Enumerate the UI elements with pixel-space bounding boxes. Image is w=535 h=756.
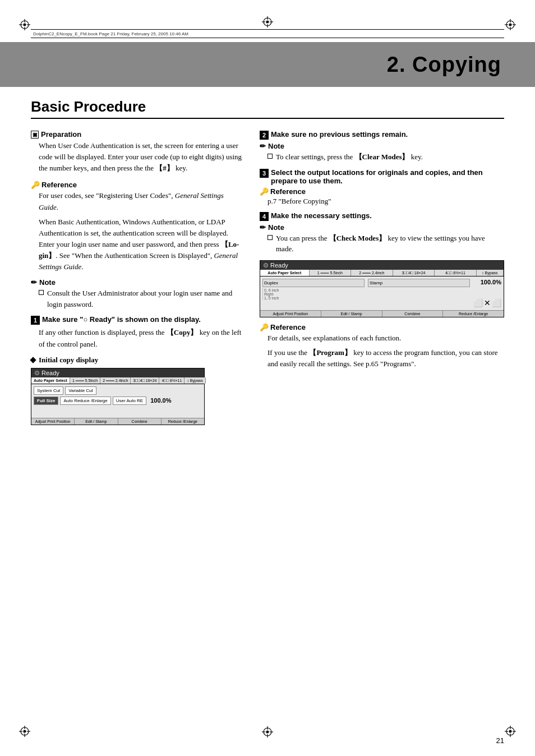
- screen-2-footer-3[interactable]: Combine: [382, 311, 444, 317]
- screen-2-header: Ready: [260, 261, 504, 270]
- note-title-1: ✏ Note: [31, 278, 244, 287]
- note-title-2: ✏ Note: [260, 142, 504, 150]
- screen-2-tab-2[interactable]: 1 ═══ 5.5inch: [310, 270, 352, 276]
- step-1-text: If any other function is displayed, pres…: [39, 327, 244, 349]
- note-icon-3: ✏: [260, 223, 266, 232]
- note-icon-1: ✏: [31, 278, 37, 287]
- step-2-header: 2 Make sure no previous settings remain.: [260, 130, 504, 140]
- screen-1-system-cut[interactable]: System Cut: [34, 386, 63, 395]
- screen-2-footer: Adjust Print Position Edit / Stamp Combi…: [260, 310, 504, 317]
- screen-2-stamp-label: Stamp: [368, 279, 470, 287]
- screen-1-auto-reduce[interactable]: Auto Reduce /Enlarge: [60, 397, 110, 405]
- note-item-2: To clear settings, press the 【Clear Mode…: [268, 151, 504, 163]
- screen-2-duplex-label: Duplex: [262, 279, 365, 287]
- note-icon-2: ✏: [260, 142, 266, 150]
- screen-2-tab-3[interactable]: 2 ═══ 2.4inch: [351, 270, 393, 276]
- note-text-1: Consult the User Administrator about you…: [47, 288, 244, 310]
- ref-label-3: Reference: [270, 323, 306, 331]
- two-column-layout: ▣ Preparation When User Code Authenticat…: [31, 130, 504, 431]
- step-2-block: 2 Make sure no previous settings remain.…: [260, 130, 504, 163]
- prep-text1: When User Code Authentication is set, th…: [39, 140, 244, 174]
- note-block-2: ✏ Note To clear settings, press the 【Cle…: [260, 142, 504, 163]
- step-3-block: 3 Select the output locations for origin…: [260, 168, 504, 206]
- screen-1-header: Ready: [31, 368, 204, 377]
- screen-1-tabs: Auto Paper Select 1 ═══ 5.5inch 2 ═══ 2.…: [31, 377, 204, 384]
- screen-1-footer-3[interactable]: Combine: [118, 418, 162, 425]
- note-block-3: ✏ Note You can press the 【Check Modes】 k…: [260, 223, 504, 255]
- preparation-title: ▣ Preparation: [31, 130, 244, 139]
- ref-icon-1: 🔑: [31, 181, 40, 189]
- step-4-block: 4 Make the necessary settings. ✏ Note Yo…: [260, 211, 504, 317]
- hash-key: the 【#】: [145, 164, 174, 172]
- ref-label-2: Reference: [270, 187, 306, 196]
- note-checkbox-2: [268, 154, 273, 159]
- screen-1-variable-cut[interactable]: Variable Cut: [65, 386, 96, 395]
- screen-2-opt1: 0, 6 inch: [264, 288, 365, 292]
- step-3-header: 3 Select the output locations for origin…: [260, 168, 504, 185]
- initial-copy-text: Initial copy display: [39, 356, 98, 365]
- screen-2-opt3: 1, 0 inch: [264, 296, 365, 300]
- step-4-title: Make the necessary settings.: [271, 211, 372, 220]
- note-text-2: To clear settings, press the 【Clear Mode…: [276, 151, 423, 163]
- preparation-block: ▣ Preparation When User Code Authenticat…: [31, 130, 244, 174]
- screen-1-tab-6[interactable]: ↕ Bypass: [185, 377, 205, 384]
- corner-mark-tr: [502, 17, 518, 33]
- screen-1-percent: 100.0%: [150, 397, 171, 404]
- left-column: ▣ Preparation When User Code Authenticat…: [31, 130, 244, 431]
- screen-2-footer-2[interactable]: Edit / Stamp: [321, 311, 382, 317]
- screen-1-ready-icon: [35, 371, 39, 375]
- reference-block-1: 🔑 Reference For user codes, see "Registe…: [31, 181, 244, 273]
- ref-title-1: 🔑 Reference: [31, 181, 244, 189]
- page-number: 21: [496, 736, 504, 745]
- screen-2-icons: ⬜ ✕ ⬜: [473, 298, 501, 308]
- ref-title-3: 🔑 Reference: [260, 323, 504, 331]
- svg-point-7: [509, 24, 511, 26]
- ref-icon-3: 🔑: [260, 323, 269, 331]
- screen-1-tab-2[interactable]: 1 ═══ 5.5inch: [70, 377, 100, 384]
- screen-2-duplex: Duplex 0, 6 inch Right 1, 0 inch: [262, 279, 365, 308]
- screen-1-footer-4[interactable]: Reduce /Enlarge: [162, 418, 204, 425]
- reference-block-3: 🔑 Reference For details, see explanation…: [260, 323, 504, 370]
- screen-1-tab-1[interactable]: Auto Paper Select: [31, 377, 70, 384]
- diamond-icon: [30, 357, 36, 363]
- screen-2-tabs: Auto Paper Select 1 ═══ 5.5inch 2 ═══ 2.…: [260, 270, 504, 276]
- screen-2-tab-4[interactable]: 3□□4□ 18×24: [393, 270, 435, 276]
- screen-2-opt2: Right: [264, 292, 365, 296]
- ref-body-2: p.7 "Before Copying": [268, 197, 504, 206]
- step-1-number: 1: [31, 316, 40, 325]
- screen-1-footer-1[interactable]: Adjust Print Position: [31, 418, 75, 425]
- screen-2-icon2: ⬜: [492, 298, 501, 308]
- top-bar: DolphinC2_ENcopy_E_FM.book Page 21 Frida…: [31, 29, 504, 38]
- screen-1-body: System Cut Variable Cut Full Size Auto R…: [31, 384, 204, 418]
- screen-2-tab-1[interactable]: Auto Paper Select: [260, 270, 310, 276]
- ref-body-1: For user codes, see "Registering User Co…: [39, 190, 244, 273]
- ref-para-3b: If you use the 【Program】 key to access t…: [268, 347, 504, 370]
- screen-2-footer-1[interactable]: Adjust Print Position: [260, 311, 321, 317]
- initial-copy-display-label: Initial copy display: [31, 356, 244, 365]
- ref-para-2: When Basic Authentication, Windows Authe…: [39, 216, 244, 273]
- screen-1-row-1: System Cut Variable Cut: [34, 386, 202, 395]
- screen-1-full-size[interactable]: Full Size: [34, 397, 58, 405]
- screen-1-ready-text: Ready: [41, 370, 59, 376]
- step-1-title: Make sure "○ Ready" is shown on the disp…: [42, 315, 201, 324]
- chapter-header: 2. Copying: [0, 42, 535, 87]
- screen-1-user-auto[interactable]: User Auto RE: [113, 397, 146, 405]
- screen-1-tab-5[interactable]: 4□□ 8½×11: [159, 377, 185, 384]
- note-title-3: ✏ Note: [260, 223, 504, 232]
- ref-text-2: p.7 "Before Copying": [268, 197, 331, 205]
- section-title: Basic Procedure: [31, 98, 504, 119]
- step-3-title: Select the output locations for original…: [271, 168, 504, 185]
- screen-1-tab-4[interactable]: 3□□4□ 18×24: [131, 377, 159, 384]
- note-text-3: You can press the 【Check Modes】 key to v…: [276, 233, 504, 255]
- corner-mark-br: [502, 723, 518, 739]
- screen-2-mockup: Ready Auto Paper Select 1 ═══ 5.5inch 2 …: [260, 260, 504, 317]
- screen-2-footer-4[interactable]: Reduce /Enlarge: [443, 311, 504, 317]
- screen-2-tab-6[interactable]: ↕ Bypass: [477, 270, 504, 276]
- prep-key2: key.: [176, 164, 187, 172]
- corner-mark-tl: [17, 17, 33, 33]
- screen-1-footer-2[interactable]: Edit / Stamp: [75, 418, 118, 425]
- screen-2-right-panel: 100.0% ⬜ ✕ ⬜: [473, 279, 501, 308]
- top-bar-text: DolphinC2_ENcopy_E_FM.book Page 21 Frida…: [33, 31, 188, 36]
- screen-1-tab-3[interactable]: 2 ═══ 2.4inch: [100, 377, 131, 384]
- screen-2-tab-5[interactable]: 4□□ 8½×11: [435, 270, 477, 276]
